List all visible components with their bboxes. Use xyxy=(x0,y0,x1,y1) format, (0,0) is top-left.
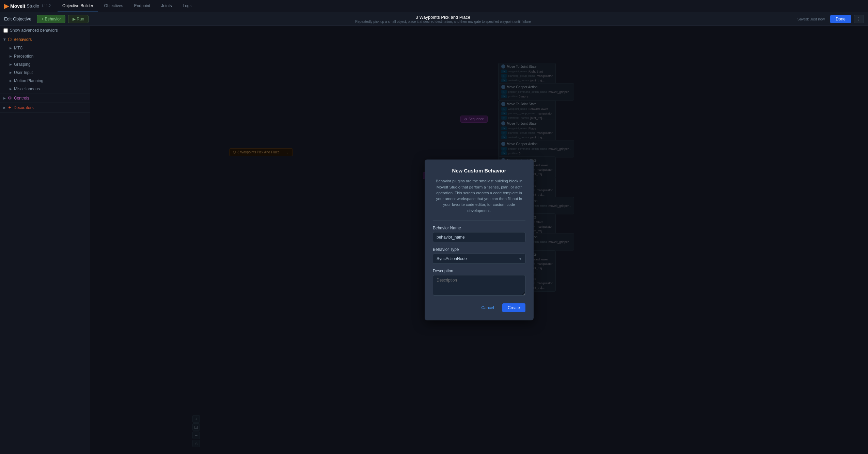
behavior-type-label: Behavior Type xyxy=(433,247,525,252)
add-behavior-button[interactable]: + Behavior xyxy=(37,15,65,23)
dialog-description: Behavior plugins are the smallest buildi… xyxy=(433,178,525,214)
motion-planning-arrow: ▶ xyxy=(10,79,12,82)
logo-icon: ▶ xyxy=(4,2,9,10)
behaviors-section-header[interactable]: ▶ ⬡ Behaviors xyxy=(0,35,90,44)
behavior-type-group: Behavior Type SyncActionNode AsyncAction… xyxy=(433,247,525,264)
nav-tab-joints[interactable]: Joints xyxy=(156,0,176,12)
controls-section: ▶ ⚙ Controls xyxy=(0,93,90,103)
grasping-arrow: ▶ xyxy=(10,63,12,66)
sidebar-item-mtc[interactable]: ▶ MTC xyxy=(0,44,90,52)
decorators-section: ▶ ✦ Decorators xyxy=(0,103,90,112)
dialog-overlay: New Custom Behavior Behavior plugins are… xyxy=(90,26,868,454)
more-options-button[interactable]: ⋮ xyxy=(854,15,864,23)
sidebar-item-perception[interactable]: ▶ Perception xyxy=(0,52,90,60)
behaviors-arrow: ▶ xyxy=(3,38,6,41)
behaviors-icon: ⬡ xyxy=(8,37,12,42)
logo-version: 1.11.2 xyxy=(41,4,51,8)
sidebar-item-mtc-label: MTC xyxy=(14,46,23,50)
dialog-actions: Cancel Create xyxy=(433,303,525,312)
perception-arrow: ▶ xyxy=(10,55,12,58)
decorators-section-header[interactable]: ▶ ✦ Decorators xyxy=(0,103,90,112)
nav-tab-logs[interactable]: Logs xyxy=(178,0,196,12)
nav-tab-endpoint[interactable]: Endpoint xyxy=(129,0,155,12)
controls-arrow: ▶ xyxy=(3,96,6,100)
dialog-divider xyxy=(433,221,525,221)
sidebar-item-miscellaneous[interactable]: ▶ Miscellaneous xyxy=(0,85,90,93)
miscellaneous-arrow: ▶ xyxy=(10,87,12,91)
sidebar-item-miscellaneous-label: Miscellaneous xyxy=(14,87,40,91)
canvas-area[interactable]: ⚙ Sequence ⚙ Sequence ⚙ Sequence ⬡ 3 Way… xyxy=(90,26,868,454)
app-logo: ▶ MoveIt Studio 1.11.2 xyxy=(4,2,51,10)
saved-status: Saved: Just now xyxy=(798,17,825,21)
objective-title-area: 3 Waypoints Pick and Place Repeatedly pi… xyxy=(91,15,794,24)
behavior-name-input[interactable] xyxy=(433,232,525,242)
description-label: Description xyxy=(433,269,525,273)
sidebar: Show advanced behaviors ▶ ⬡ Behaviors ▶ … xyxy=(0,26,90,454)
top-navigation: ▶ MoveIt Studio 1.11.2 Objective Builder… xyxy=(0,0,868,12)
behavior-type-select[interactable]: SyncActionNode AsyncActionNode Condition… xyxy=(433,254,525,264)
behavior-name-label: Behavior Name xyxy=(433,226,525,230)
sidebar-item-user-input-label: User Input xyxy=(14,70,33,75)
advanced-behaviors-label: Show advanced behaviors xyxy=(10,28,58,33)
decorators-label: Decorators xyxy=(14,105,34,110)
nav-tab-objective-builder[interactable]: Objective Builder xyxy=(58,0,98,12)
objective-title: 3 Waypoints Pick and Place xyxy=(91,15,794,20)
objective-subtitle: Repeatedly pick up a small object, place… xyxy=(91,20,794,24)
behaviors-section: ▶ ⬡ Behaviors ▶ MTC ▶ Perception ▶ Grasp… xyxy=(0,35,90,93)
behavior-name-group: Behavior Name xyxy=(433,226,525,242)
behaviors-label: Behaviors xyxy=(14,37,32,42)
nav-tab-objectives[interactable]: Objectives xyxy=(99,0,128,12)
behavior-type-wrapper: SyncActionNode AsyncActionNode Condition… xyxy=(433,254,525,264)
sidebar-item-motion-planning[interactable]: ▶ Motion Planning xyxy=(0,77,90,85)
create-button[interactable]: Create xyxy=(502,303,525,312)
advanced-behaviors-option[interactable]: Show advanced behaviors xyxy=(0,26,90,35)
sidebar-item-perception-label: Perception xyxy=(14,54,33,59)
sidebar-item-motion-planning-label: Motion Planning xyxy=(14,78,43,83)
sidebar-item-grasping[interactable]: ▶ Grasping xyxy=(0,60,90,69)
secondary-bar: Edit Objective + Behavior ▶ Run 3 Waypoi… xyxy=(0,12,868,26)
sidebar-item-user-input[interactable]: ▶ User Input xyxy=(0,69,90,77)
controls-section-header[interactable]: ▶ ⚙ Controls xyxy=(0,93,90,103)
main-layout: Show advanced behaviors ▶ ⬡ Behaviors ▶ … xyxy=(0,26,868,454)
advanced-behaviors-checkbox[interactable] xyxy=(3,28,8,33)
user-input-arrow: ▶ xyxy=(10,71,12,74)
new-custom-behavior-dialog: New Custom Behavior Behavior plugins are… xyxy=(425,160,534,320)
controls-label: Controls xyxy=(14,96,29,101)
description-group: Description xyxy=(433,269,525,297)
sidebar-item-grasping-label: Grasping xyxy=(14,62,31,67)
description-textarea[interactable] xyxy=(433,275,525,296)
mtc-arrow: ▶ xyxy=(10,46,12,50)
controls-icon: ⚙ xyxy=(8,95,12,101)
decorators-arrow: ▶ xyxy=(3,106,6,109)
run-button[interactable]: ▶ Run xyxy=(68,15,89,23)
decorators-icon: ✦ xyxy=(8,105,12,110)
done-button[interactable]: Done xyxy=(830,15,851,23)
logo-moveit: MoveIt xyxy=(10,3,25,9)
dialog-title: New Custom Behavior xyxy=(433,168,525,173)
logo-studio: Studio xyxy=(27,3,39,9)
edit-objective-label: Edit Objective xyxy=(4,16,31,21)
cancel-button[interactable]: Cancel xyxy=(477,303,499,312)
